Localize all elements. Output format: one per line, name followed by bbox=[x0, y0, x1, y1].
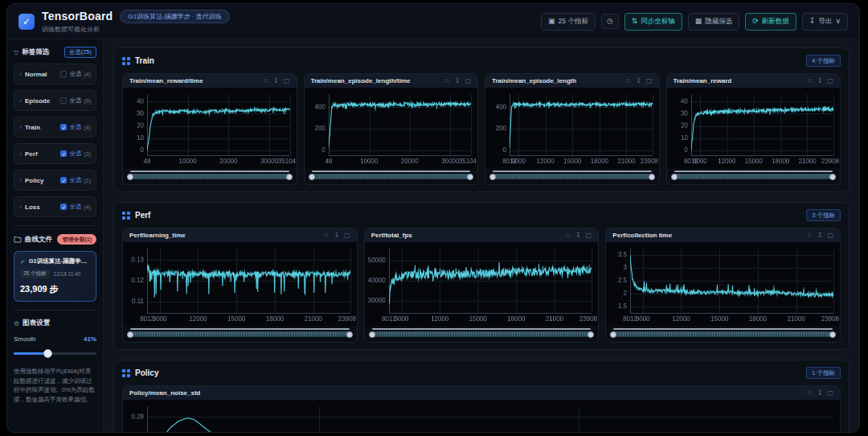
section-metric-count-badge[interactable]: 3 个指标 bbox=[806, 209, 841, 221]
scrubber-handle-left[interactable] bbox=[127, 331, 133, 338]
sidebar-group-train[interactable]: ›Train✓全选(4) bbox=[14, 117, 96, 138]
metrics-count-button[interactable]: ▣ 25 个指标 bbox=[541, 13, 596, 31]
expand-icon[interactable]: ▢ bbox=[827, 77, 833, 84]
scrubber-handle-left[interactable] bbox=[671, 174, 678, 180]
refresh-data-button[interactable]: ⟳ 刷新数据 bbox=[745, 13, 796, 31]
scrubber-handle-left[interactable] bbox=[309, 174, 315, 180]
select-all-button[interactable]: 全选(25) bbox=[64, 47, 96, 58]
expand-icon[interactable]: ▢ bbox=[284, 77, 290, 84]
chart-range-scrubber[interactable] bbox=[606, 326, 840, 342]
star-icon[interactable]: ☆ bbox=[323, 232, 329, 239]
hide-filter-button[interactable]: ▦ 隐藏筛选 bbox=[688, 13, 740, 31]
chart-card-header: Train/mean_reward☆↧▢ bbox=[667, 74, 841, 88]
scrubber-handle-right[interactable] bbox=[649, 174, 655, 180]
chart-title: Train/mean_episode_length/time bbox=[311, 77, 411, 84]
manage-all-badge[interactable]: 管理全部(1) bbox=[57, 234, 96, 245]
chart-canvas[interactable] bbox=[606, 242, 840, 326]
sidebar-group-perf[interactable]: ›Perf✓全选(3) bbox=[14, 143, 96, 164]
expand-icon[interactable]: ▢ bbox=[344, 232, 350, 239]
sidebar: ▽ 标签筛选 全选(25) ›Normal全选(4)›Episode全选(9)›… bbox=[7, 39, 104, 432]
group-select-all-label: 全选 bbox=[69, 150, 81, 158]
expand-icon[interactable]: ▢ bbox=[827, 232, 833, 239]
download-icon[interactable]: ↧ bbox=[817, 389, 823, 397]
smooth-slider[interactable] bbox=[14, 348, 96, 358]
sidebar-group-episode[interactable]: ›Episode全选(9) bbox=[14, 90, 96, 111]
section-title: Policy bbox=[135, 368, 158, 377]
group-checkbox[interactable]: ✓ bbox=[60, 150, 67, 157]
app-subtitle: 训练数据可视化分析 bbox=[42, 25, 230, 34]
section-metric-count-badge[interactable]: 4 个指标 bbox=[806, 55, 841, 67]
chart-canvas[interactable] bbox=[365, 242, 599, 326]
group-checkbox[interactable] bbox=[60, 71, 67, 77]
download-icon[interactable]: ↧ bbox=[575, 232, 581, 239]
chart-range-scrubber[interactable] bbox=[667, 168, 841, 184]
expand-icon[interactable]: ▢ bbox=[465, 77, 471, 84]
scrubber-handle-right[interactable] bbox=[588, 331, 594, 338]
scrubber-handle-left[interactable] bbox=[369, 331, 375, 338]
chart-range-scrubber[interactable] bbox=[365, 326, 599, 342]
chart-canvas[interactable] bbox=[123, 88, 297, 168]
chart-range-scrubber[interactable] bbox=[123, 326, 357, 342]
scrubber-handle-left[interactable] bbox=[610, 331, 616, 338]
download-icon[interactable]: ↧ bbox=[817, 232, 823, 239]
expand-icon[interactable]: ▢ bbox=[586, 232, 592, 239]
chart-range-scrubber[interactable] bbox=[305, 168, 478, 184]
group-checkbox[interactable]: ✓ bbox=[60, 177, 67, 183]
download-icon[interactable]: ↧ bbox=[334, 232, 339, 239]
download-icon[interactable]: ↧ bbox=[273, 77, 279, 84]
check-icon: ✓ bbox=[20, 258, 26, 265]
section-metric-count-badge[interactable]: 1 个指标 bbox=[806, 367, 841, 379]
star-icon[interactable]: ☆ bbox=[565, 232, 571, 239]
scrubber-range-bar[interactable] bbox=[672, 174, 836, 179]
group-label: Perf bbox=[25, 150, 38, 158]
star-icon[interactable]: ☆ bbox=[807, 389, 813, 397]
group-checkbox[interactable]: ✓ bbox=[60, 124, 67, 130]
group-checkbox[interactable]: ✓ bbox=[60, 204, 67, 210]
chart-canvas[interactable] bbox=[123, 400, 840, 432]
sync-axes-button[interactable]: ⇅ 同步坐标轴 bbox=[624, 13, 682, 31]
star-icon[interactable]: ☆ bbox=[807, 77, 813, 84]
scrubber-handle-right[interactable] bbox=[829, 331, 836, 338]
history-button[interactable]: ◷ bbox=[601, 14, 619, 29]
slider-knob[interactable] bbox=[43, 349, 52, 358]
scrubber-range-bar[interactable] bbox=[128, 331, 352, 337]
star-icon[interactable]: ☆ bbox=[625, 77, 631, 84]
clock-icon: ◷ bbox=[607, 18, 613, 25]
sidebar-group-normal[interactable]: ›Normal全选(4) bbox=[14, 64, 96, 84]
main-content: Train4 个指标Train/mean_reward/time☆↧▢Train… bbox=[104, 39, 859, 432]
scrubber-handle-right[interactable] bbox=[346, 331, 353, 338]
scrubber-handle-left[interactable] bbox=[127, 174, 133, 180]
scrubber-range-bar[interactable] bbox=[370, 331, 594, 337]
scrubber-range-bar[interactable] bbox=[128, 174, 292, 179]
scrubber-handle-right[interactable] bbox=[829, 174, 836, 180]
expand-icon[interactable]: ▢ bbox=[646, 77, 653, 84]
scrubber-handle-right[interactable] bbox=[467, 174, 473, 180]
scrubber-range-bar[interactable] bbox=[309, 174, 473, 179]
star-icon[interactable]: ☆ bbox=[263, 77, 268, 84]
section-grid-icon bbox=[122, 57, 130, 65]
chart-card: Train/mean_episode_length☆↧▢ bbox=[485, 73, 660, 185]
export-button[interactable]: ↧ 导出 ∨ bbox=[802, 13, 848, 31]
chart-range-scrubber[interactable] bbox=[123, 168, 297, 184]
download-icon[interactable]: ↧ bbox=[455, 77, 461, 84]
run-file-card[interactable]: ✓ G1训练算法-蹒跚学步... 25 个指标 12/18 11:40 23,9… bbox=[14, 251, 96, 302]
chart-canvas[interactable] bbox=[305, 88, 478, 168]
scrubber-range-bar[interactable] bbox=[490, 174, 654, 179]
sidebar-group-policy[interactable]: ›Policy✓全选(1) bbox=[14, 170, 96, 191]
download-icon[interactable]: ↧ bbox=[817, 77, 823, 84]
group-checkbox[interactable] bbox=[60, 97, 67, 104]
chart-canvas[interactable] bbox=[485, 88, 659, 168]
expand-icon[interactable]: ▢ bbox=[827, 389, 833, 397]
run-timestamp: 12/18 11:40 bbox=[54, 271, 81, 277]
scrubber-handle-right[interactable] bbox=[286, 174, 293, 180]
star-icon[interactable]: ☆ bbox=[444, 77, 450, 84]
chart-range-scrubber[interactable] bbox=[485, 168, 659, 184]
chart-canvas[interactable] bbox=[667, 88, 841, 168]
star-icon[interactable]: ☆ bbox=[807, 232, 813, 239]
scrubber-range-bar[interactable] bbox=[611, 331, 835, 337]
chart-canvas[interactable] bbox=[123, 242, 357, 326]
scrubber-handle-left[interactable] bbox=[489, 174, 496, 180]
sidebar-group-loss[interactable]: ›Loss✓全选(4) bbox=[14, 196, 96, 217]
download-icon[interactable]: ↧ bbox=[636, 77, 641, 84]
scrubber-overview-bar bbox=[613, 328, 833, 330]
